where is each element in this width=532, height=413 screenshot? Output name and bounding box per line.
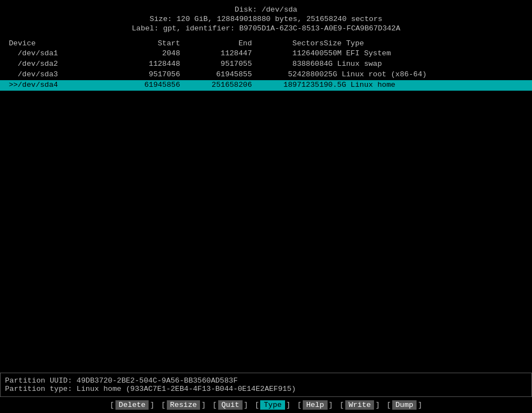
device-col: /dev/sda1 [9, 49, 108, 59]
bottom-bar: [ Delete ] [ Resize ] [ Quit ] [ Type ] … [0, 397, 532, 413]
disk-title: Disk: /dev/sda [0, 6, 532, 14]
end-col: 61945855 [180, 70, 252, 80]
spacer [156, 401, 160, 409]
device-name: /dev/sda1 [18, 49, 58, 59]
table-row-selected[interactable]: >> /dev/sda4 61945856 251658206 18971235… [0, 80, 532, 91]
start-col: 9517056 [108, 70, 180, 80]
delete-button[interactable]: Delete [115, 400, 149, 410]
bracket: ] [285, 401, 292, 409]
end-col: 9517055 [180, 59, 252, 70]
header-sectors: Sectors [252, 39, 324, 48]
quit-button[interactable]: Quit [218, 400, 243, 410]
header-start: Start [108, 39, 180, 48]
start-col: 1128448 [108, 59, 180, 70]
uuid-line: Partition UUID: 49DB3720-2BE2-504C-9A56-… [5, 377, 527, 385]
size-type-col: 25G Linux root (x86-64) [324, 70, 523, 80]
row-indicator [9, 59, 18, 70]
start-col: 61945856 [108, 80, 180, 91]
spacer [207, 401, 211, 409]
type-line: Partition type: Linux home (933AC7E1-2EB… [5, 385, 527, 393]
end-col: 251658206 [180, 80, 252, 91]
spacer [249, 401, 254, 409]
table-row[interactable]: /dev/sda2 1128448 9517055 8388608 4G Lin… [0, 59, 532, 70]
spacer [334, 401, 339, 409]
device-col: /dev/sda2 [9, 59, 108, 70]
row-indicator [9, 49, 18, 59]
spacer [292, 401, 296, 409]
row-indicator: >> [9, 80, 18, 91]
bracket: [ [254, 401, 260, 409]
header-size-type: Size Type [324, 39, 523, 48]
sectors-col: 1126400 [252, 49, 324, 59]
bracket: ] [243, 401, 249, 409]
device-name: /dev/sda3 [18, 70, 58, 80]
resize-button[interactable]: Resize [167, 400, 201, 410]
row-indicator [9, 70, 18, 80]
size-type-col: 90.5G Linux home [324, 80, 523, 91]
table-row[interactable]: /dev/sda1 2048 1128447 1126400 550M EFI … [0, 49, 532, 59]
footer-info: Partition UUID: 49DB3720-2BE2-504C-9A56-… [0, 373, 532, 397]
table-row[interactable]: /dev/sda3 9517056 61945855 52428800 25G … [0, 70, 532, 80]
bracket: ] [374, 401, 381, 409]
sectors-col: 52428800 [252, 70, 324, 80]
type-button[interactable]: Type [260, 400, 285, 410]
device-name: /dev/sda2 [18, 59, 58, 70]
main-content: Disk: /dev/sda Size: 120 GiB, 1288490188… [0, 0, 532, 370]
header-end: End [180, 39, 252, 48]
bracket: [ [339, 401, 345, 409]
bracket: [ [212, 401, 218, 409]
bracket: [ [386, 401, 392, 409]
end-col: 1128447 [180, 49, 252, 59]
bracket: [ [160, 401, 167, 409]
help-button[interactable]: Help [303, 400, 327, 410]
dump-button[interactable]: Dump [392, 400, 417, 410]
size-type-col: 550M EFI System [324, 49, 523, 59]
partition-table: Device Start End Sectors Size Type /dev/… [0, 39, 532, 91]
spacer [381, 401, 386, 409]
bracket: ] [417, 401, 423, 409]
bracket: ] [328, 401, 334, 409]
device-col: >> /dev/sda4 [9, 80, 108, 91]
header-device: Device [9, 39, 108, 48]
sectors-col: 8388608 [252, 59, 324, 70]
bracket: [ [109, 401, 115, 409]
sectors-col: 189712351 [252, 80, 324, 91]
disk-label-line: Label: gpt, identifier: B9705D1A-6Z3C-85… [0, 24, 532, 33]
disk-size-line: Size: 120 GiB, 128849018880 bytes, 25165… [0, 15, 532, 23]
bracket: ] [149, 401, 155, 409]
size-type-col: 4G Linux swap [324, 59, 523, 70]
bracket: ] [200, 401, 207, 409]
device-name: /dev/sda4 [18, 80, 58, 91]
start-col: 2048 [108, 49, 180, 59]
table-header: Device Start End Sectors Size Type [0, 39, 532, 48]
write-button[interactable]: Write [345, 400, 375, 410]
device-col: /dev/sda3 [9, 70, 108, 80]
bracket: [ [296, 401, 303, 409]
